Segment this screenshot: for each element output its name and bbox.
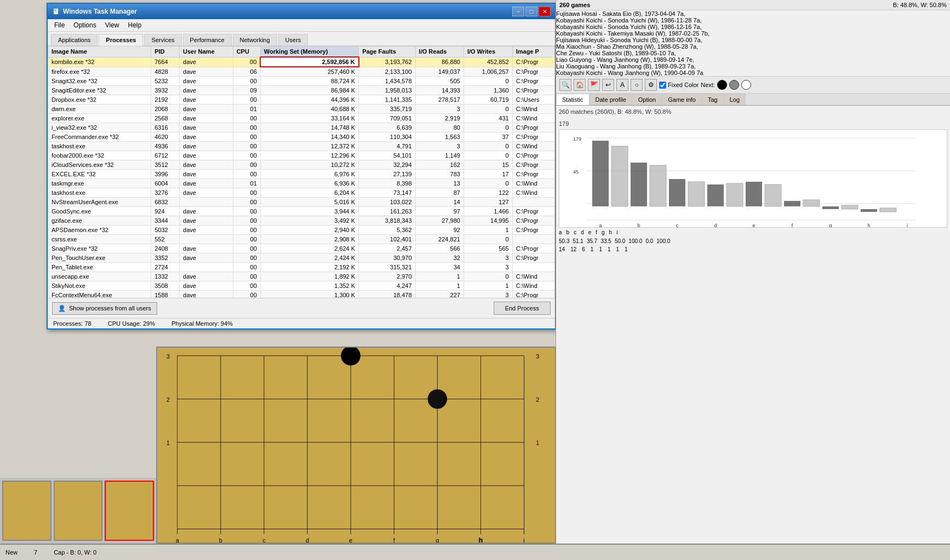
col-pagefaults[interactable]: Page Faults xyxy=(359,47,415,57)
table-row[interactable]: csrss.exe552002,908 K102,401224,8210 xyxy=(48,235,555,244)
thumbnail-3-selected[interactable] xyxy=(105,481,154,541)
table-row[interactable]: unsecapp.exe1332dave001,892 K2,97010C:\W… xyxy=(48,272,555,281)
back-icon[interactable]: ↩ xyxy=(602,79,614,91)
settings-icon[interactable]: ⚙ xyxy=(645,79,657,91)
svg-text:h: h xyxy=(479,536,483,542)
tab-log[interactable]: Log xyxy=(724,94,746,105)
col-memory[interactable]: Working Set (Memory) xyxy=(260,47,358,57)
table-cell: 1 xyxy=(415,272,463,281)
tab-applications[interactable]: Applications xyxy=(51,34,98,45)
tab-tag[interactable]: Tag xyxy=(702,94,724,105)
table-row[interactable]: explorer.exe2568dave0033,164 K709,0512,9… xyxy=(48,114,555,123)
tab-game-info[interactable]: Game info xyxy=(662,94,702,105)
restore-button[interactable]: □ xyxy=(525,7,537,16)
list-item[interactable]: Ma Xiaochun - Shao Zhenzhong (W), 1988-0… xyxy=(556,43,950,50)
flag-icon[interactable]: 🚩 xyxy=(588,79,600,91)
table-row[interactable]: SnagitEditor.exe *323932dave0986,984 K1,… xyxy=(48,86,555,95)
table-row[interactable]: kombilo.exe *327664dave002,592,856 K3,19… xyxy=(48,57,555,67)
list-item[interactable]: Liao Guiyong - Wang Jianhong (W), 1989-0… xyxy=(556,56,950,63)
list-item[interactable]: Kobayashi Koichi - Sonoda Yuichi (W), 19… xyxy=(556,17,950,24)
list-item[interactable]: Fujisawa Hideyuki - Sonoda Yuichi (B), 1… xyxy=(556,37,950,43)
col-imagepath[interactable]: Image P xyxy=(512,47,554,57)
table-row[interactable]: i_view32.exe *326316dave0014,748 K6,6398… xyxy=(48,123,555,132)
table-cell: 110,304 xyxy=(359,132,415,142)
table-row[interactable]: SnagPriv.exe *322408dave002,624 K2,45756… xyxy=(48,244,555,253)
tab-option[interactable]: Option xyxy=(632,94,662,105)
stat-e: e xyxy=(588,229,592,235)
table-row[interactable]: EXCEL.EXE *323996dave006,976 K27,1397831… xyxy=(48,170,555,179)
col-pid[interactable]: PID xyxy=(151,47,180,57)
show-all-processes-button[interactable]: 👤 Show processes from all users xyxy=(52,302,157,315)
text-icon[interactable]: A xyxy=(616,79,628,91)
table-row[interactable]: foobar2000.exe *326712dave0012,296 K54,1… xyxy=(48,151,555,160)
thumbnail-1[interactable] xyxy=(2,481,51,541)
table-cell: 1,563 xyxy=(415,132,463,142)
table-cell: dave xyxy=(180,67,233,77)
menu-options[interactable]: Options xyxy=(69,20,100,30)
list-item[interactable]: Liu Xiaoguang - Wang Jianhong (B), 1989-… xyxy=(556,63,950,70)
table-row[interactable]: Pen_TouchUser.exe3352dave002,424 K30,970… xyxy=(48,253,555,263)
tab-processes[interactable]: Processes xyxy=(99,34,143,46)
table-row[interactable]: iCloudServices.exe *323512dave0010,272 K… xyxy=(48,160,555,170)
col-ioreads[interactable]: I/O Reads xyxy=(415,47,463,57)
menu-help[interactable]: Help xyxy=(124,20,146,30)
table-row[interactable]: APSDaemon.exe *325032dave002,940 K5,3629… xyxy=(48,226,555,235)
end-process-button[interactable]: End Process xyxy=(494,302,551,315)
table-cell: 431 xyxy=(463,114,512,123)
table-row[interactable]: StikyNot.exe3508dave001,352 K4,24711C:\W… xyxy=(48,281,555,291)
table-row[interactable]: gziface.exe3344dave003,492 K3,818,34327,… xyxy=(48,216,555,226)
table-cell: dave xyxy=(180,226,233,235)
table-row[interactable]: dwm.exe2068dave0140,688 K335,71930C:\Win… xyxy=(48,105,555,114)
table-row[interactable]: FcContextMenu64.exe1588dave001,300 K18,4… xyxy=(48,291,555,298)
home-icon[interactable]: 🏠 xyxy=(574,79,586,91)
list-item[interactable]: Kobayashi Koichi - Wang Jianhong (W), 19… xyxy=(556,70,950,76)
fixed-color-checkbox[interactable] xyxy=(659,82,666,89)
col-iowrites[interactable]: I/O Writes xyxy=(463,47,512,57)
menu-view[interactable]: View xyxy=(101,20,124,30)
table-cell: 2568 xyxy=(151,114,180,123)
chart-value-1: 179 xyxy=(559,120,575,127)
tab-performance[interactable]: Performance xyxy=(183,34,232,45)
table-row[interactable]: Pen_Tablet.exe2724002,192 K315,321343 xyxy=(48,263,555,272)
tab-date-profile[interactable]: Date profile xyxy=(590,94,632,105)
list-item[interactable]: Che Zewu - Yuki Satoshi (B), 1989-05-10 … xyxy=(556,50,950,56)
table-cell: 00 xyxy=(233,95,260,105)
table-row[interactable]: firefox.exe *324828dave06257,460 K2,133,… xyxy=(48,67,555,77)
close-button[interactable]: ✕ xyxy=(539,7,551,16)
table-cell: 315,321 xyxy=(359,263,415,272)
list-item[interactable]: Kobayashi Koichi - Sonoda Yuichi (W), 19… xyxy=(556,24,950,30)
table-row[interactable]: NvStreamUserAgent.exe6832005,016 K103,02… xyxy=(48,198,555,207)
gray-stone-icon[interactable] xyxy=(729,80,739,90)
table-row[interactable]: Snagit32.exe *325232dave0088,724 K1,434,… xyxy=(48,77,555,86)
table-scroll-area[interactable]: Image Name PID User Name CPU Working Set… xyxy=(48,46,555,298)
minimize-button[interactable]: − xyxy=(512,7,524,16)
fixed-color-checkbox-label[interactable]: Fixed Color xyxy=(659,82,699,89)
tab-networking[interactable]: Networking xyxy=(233,34,277,45)
game-list[interactable]: Fujisawa Hosai - Sakata Eio (B), 1973-04… xyxy=(556,10,950,76)
table-cell: 278,517 xyxy=(415,95,463,105)
tab-services[interactable]: Services xyxy=(144,34,181,45)
black-stone-icon[interactable] xyxy=(717,80,727,90)
tab-users[interactable]: Users xyxy=(278,34,308,45)
table-cell xyxy=(512,198,554,207)
table-row[interactable]: FreeCommander.exe *324620dave0014,340 K1… xyxy=(48,132,555,142)
list-item[interactable]: Fujisawa Hosai - Sakata Eio (B), 1973-04… xyxy=(556,10,950,17)
table-row[interactable]: taskhost.exe4936dave0012,372 K4,79130C:\… xyxy=(48,142,555,151)
table-row[interactable]: taskhost.exe3276dave006,204 K73,14787122… xyxy=(48,188,555,198)
table-cell: 33,164 K xyxy=(260,114,358,123)
table-row[interactable]: GoodSync.exe924dave003,944 K161,263971,4… xyxy=(48,207,555,216)
white-stone-icon[interactable] xyxy=(741,80,751,90)
col-image-name[interactable]: Image Name xyxy=(48,47,151,57)
col-username[interactable]: User Name xyxy=(180,47,233,57)
table-row[interactable]: Dropbox.exe *322192dave0044,396 K1,141,3… xyxy=(48,95,555,105)
col-cpu[interactable]: CPU xyxy=(233,47,260,57)
table-row[interactable]: taskmgr.exe6004dave016,936 K8,398130C:\W… xyxy=(48,179,555,188)
zoom-icon[interactable]: 🔍 xyxy=(559,79,571,91)
circle-icon[interactable]: ○ xyxy=(631,79,643,91)
svg-text:b: b xyxy=(219,537,222,542)
tab-statistic[interactable]: Statistic xyxy=(556,94,590,105)
menu-file[interactable]: File xyxy=(50,20,69,30)
svg-rect-8 xyxy=(669,179,685,206)
list-item[interactable]: Kobayashi Koichi - Takemiya Masaki (W), … xyxy=(556,30,950,37)
thumbnail-2[interactable] xyxy=(54,481,103,541)
